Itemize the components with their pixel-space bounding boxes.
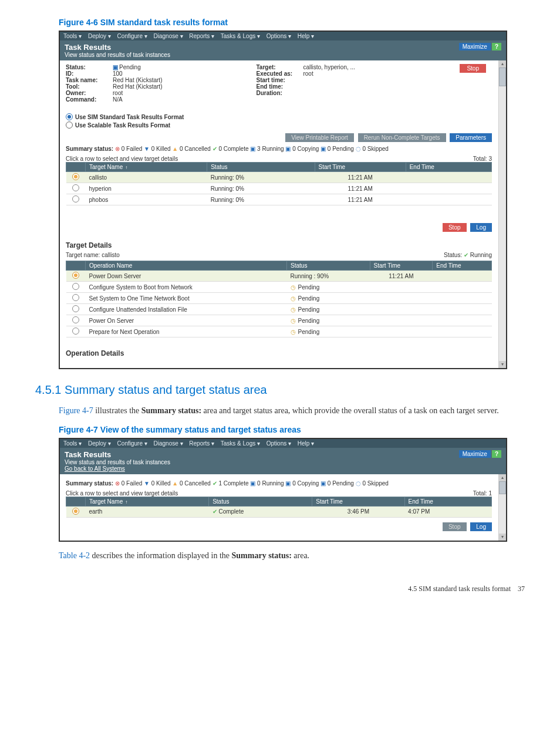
col-end-time[interactable]: End Time (404, 497, 491, 506)
col-target-name[interactable]: Target Name↑ (86, 163, 207, 172)
table-ref-paragraph: Table 4-2 describes the information disp… (59, 550, 525, 562)
complete-icon: ✔ (212, 146, 217, 152)
tool-label: Tool: (66, 83, 113, 90)
pending-icon: ▣ (113, 64, 118, 70)
table-row[interactable]: earth ✔ Complete 3:46 PM 4:07 PM (66, 506, 492, 517)
col-status[interactable]: Status (209, 497, 312, 506)
col-target-name[interactable]: Target Name↑ (86, 497, 209, 506)
go-back-link[interactable]: Go back to All Systems (65, 465, 170, 472)
menu-diagnose[interactable]: Diagnose ▾ (154, 33, 183, 39)
help-button[interactable]: ? (492, 450, 501, 458)
menu-reports[interactable]: Reports ▾ (189, 33, 214, 39)
skipped-icon: ◌ (356, 146, 361, 152)
page-subtitle: View status and results of task instance… (65, 52, 170, 58)
scroll-down-icon[interactable]: ▾ (499, 361, 506, 368)
menu-reports[interactable]: Reports ▾ (189, 440, 214, 447)
command-label: Command: (66, 96, 113, 103)
taskname-label: Task name: (66, 77, 113, 83)
status-label-2: Status: (444, 252, 464, 258)
id-label: ID: (66, 70, 113, 77)
owner-value: root (113, 90, 123, 96)
pending-summary-icon: ▣ (321, 146, 326, 152)
starttime-label: Start time: (256, 77, 303, 83)
targets-table: Target Name↑ Status Start Time End Time … (66, 162, 492, 205)
command-value: N/A (113, 96, 123, 103)
radio1-label: Use SIM Standard Task Results Format (75, 114, 184, 120)
title-bar: Task Results View status and results of … (60, 448, 506, 474)
scroll-down-icon[interactable]: ▾ (499, 534, 506, 541)
table-row[interactable]: Set System to One Time Network Boot ◷Pen… (66, 293, 492, 304)
duration-label: Duration: (256, 90, 303, 96)
table-row[interactable]: Power On Server ◷Pending (66, 315, 492, 326)
table-row[interactable]: hyperion Running: 0% 11:21 AM (66, 183, 492, 194)
menu-configure[interactable]: Configure ▾ (117, 440, 147, 447)
scroll-up-icon[interactable]: ▴ (499, 60, 506, 67)
stop-button[interactable]: Stop (443, 522, 467, 531)
scroll-thumb[interactable] (499, 67, 506, 86)
col-op-start[interactable]: Start Time (370, 261, 433, 271)
total-count: Total: 1 (473, 490, 492, 497)
radio-sim-format[interactable]: Use SIM Standard Task Results Format (66, 113, 492, 120)
failed-icon: ⊗ (115, 146, 120, 152)
fig46-window: Tools ▾ Deploy ▾ Configure ▾ Diagnose ▾ … (59, 31, 507, 369)
menu-configure[interactable]: Configure ▾ (117, 33, 147, 39)
col-status[interactable]: Status (207, 163, 315, 172)
total-count: Total: 3 (473, 156, 492, 162)
sort-arrow-icon: ↑ (125, 165, 127, 170)
menu-help[interactable]: Help ▾ (298, 440, 314, 447)
table-row[interactable]: Power Down Server Running : 90% 11:21 AM (66, 271, 492, 282)
scroll-up-icon[interactable]: ▴ (499, 474, 506, 481)
row-radio-icon (72, 328, 79, 335)
parameters-button[interactable]: Parameters (450, 133, 492, 142)
menu-options[interactable]: Options ▾ (266, 440, 291, 447)
maximize-button[interactable]: Maximize (459, 450, 491, 458)
pending-icon: ◷ (291, 306, 296, 313)
pending-icon: ◷ (291, 295, 296, 302)
target-value: callisto, hyperion, ... (303, 64, 355, 70)
col-op-end[interactable]: End Time (433, 261, 492, 271)
table-row[interactable]: Configure Unattended Installation File ◷… (66, 304, 492, 315)
col-operation-name[interactable]: Operation Name (86, 261, 287, 271)
table-row[interactable]: callisto Running: 0% 11:21 AM (66, 172, 492, 183)
menu-tasks-logs[interactable]: Tasks & Logs ▾ (221, 33, 260, 39)
row-radio-icon (72, 508, 79, 515)
menu-options[interactable]: Options ▾ (266, 33, 291, 39)
row-radio-icon (72, 195, 79, 202)
menu-diagnose[interactable]: Diagnose ▾ (154, 440, 183, 447)
col-start-time[interactable]: Start Time (312, 497, 404, 506)
row-radio-icon (72, 305, 79, 312)
page-title: Task Results (65, 450, 170, 459)
targets-table: Target Name↑ Status Start Time End Time … (66, 497, 492, 518)
menu-deploy[interactable]: Deploy ▾ (88, 33, 111, 39)
scrollbar[interactable]: ▴ ▾ (498, 474, 506, 541)
col-end-time[interactable]: End Time (406, 163, 491, 172)
table-row[interactable]: Prepare for Next Operation ◷Pending (66, 326, 492, 337)
stop-button[interactable]: Stop (460, 64, 486, 73)
table-row[interactable]: phobos Running: 0% 11:21 AM (66, 194, 492, 205)
owner-label: Owner: (66, 90, 113, 96)
view-printable-report-button[interactable]: View Printable Report (285, 133, 354, 142)
col-start-time[interactable]: Start Time (315, 163, 406, 172)
rerun-button[interactable]: Rerun Non-Complete Targets (358, 133, 446, 142)
skipped-icon: ◌ (356, 480, 361, 487)
help-button[interactable]: ? (492, 43, 501, 50)
scrollbar[interactable]: ▴ ▾ (498, 60, 506, 368)
scroll-thumb[interactable] (499, 481, 506, 494)
menu-tools[interactable]: Tools ▾ (63, 440, 82, 447)
menu-tools[interactable]: Tools ▾ (63, 33, 82, 39)
running-icon: ▣ (250, 146, 255, 152)
menu-help[interactable]: Help ▾ (298, 33, 314, 39)
endtime-label: End time: (256, 83, 303, 90)
log-button[interactable]: Log (470, 522, 492, 531)
menu-deploy[interactable]: Deploy ▾ (88, 440, 111, 447)
radio-scalable-format[interactable]: Use Scalable Task Results Format (66, 121, 492, 129)
figure-4-6-caption: Figure 4-6 SIM standard task results for… (59, 18, 525, 27)
col-op-status[interactable]: Status (287, 261, 370, 271)
menu-tasks-logs[interactable]: Tasks & Logs ▾ (221, 440, 260, 447)
table-row[interactable]: Configure System to Boot from Network ◷P… (66, 282, 492, 293)
col-select[interactable] (66, 163, 86, 172)
stop-button-2[interactable]: Stop (443, 223, 467, 232)
target-label: Target: (256, 64, 303, 70)
log-button[interactable]: Log (470, 223, 492, 232)
maximize-button[interactable]: Maximize (459, 43, 491, 50)
